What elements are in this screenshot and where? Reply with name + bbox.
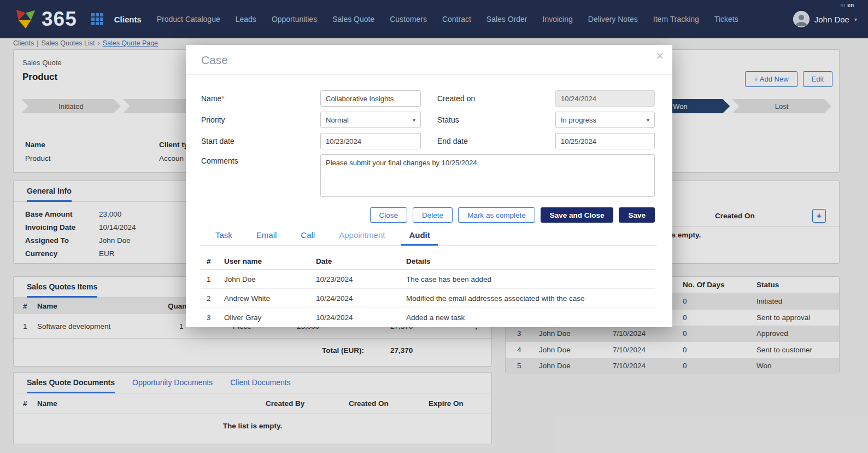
cell-user-name: Oliver Gray [224, 313, 316, 322]
cell-date: 10/24/2024 [316, 313, 406, 322]
priority-value: Normal [326, 116, 349, 124]
cell-num: 2 [201, 294, 224, 303]
start-date-label: Start date [201, 133, 320, 149]
cell-details: Added a new task [406, 313, 655, 322]
delete-button[interactable]: Delete [413, 207, 453, 223]
comments-label: Comments [201, 154, 320, 197]
audit-table-header: # User name Date Details [201, 253, 655, 270]
tab-appointment[interactable]: Appointment [331, 227, 392, 246]
created-on-field [555, 90, 655, 107]
close-icon[interactable]: × [656, 49, 664, 62]
comments-field[interactable]: Please submit your final changes by 10/2… [320, 154, 655, 197]
status-label: Status [421, 112, 555, 128]
case-form: Name* Created on Priority Normal ▾ Statu… [201, 90, 655, 197]
cell-date: 10/24/2024 [316, 294, 406, 303]
created-on-label: Created on [421, 90, 555, 107]
col-num: # [201, 257, 224, 265]
tab-email[interactable]: Email [249, 227, 285, 246]
cell-details: Modified the email addresses associated … [406, 294, 655, 303]
table-row: 1 John Doe 10/23/2024 The case has been … [201, 270, 655, 289]
chevron-down-icon: ▾ [413, 117, 415, 123]
cell-date: 10/23/2024 [316, 275, 406, 283]
cell-user-name: Andrew White [224, 294, 316, 303]
close-button[interactable]: Close [370, 207, 408, 223]
col-user-name: User name [224, 257, 316, 265]
col-details: Details [406, 257, 655, 265]
table-row: 3 Oliver Gray 10/24/2024 Added a new tas… [201, 308, 655, 327]
table-row: 2 Andrew White 10/24/2024 Modified the e… [201, 289, 655, 308]
cell-num: 3 [201, 313, 224, 322]
modal-buttons: Close Delete Mark as complete Save and C… [186, 207, 655, 223]
required-asterisk: * [221, 94, 224, 103]
chevron-down-icon: ▾ [647, 117, 649, 123]
save-and-close-button[interactable]: Save and Close [541, 207, 614, 223]
cell-details: The case has been added [406, 275, 655, 283]
save-button[interactable]: Save [619, 207, 655, 223]
start-date-field[interactable] [320, 133, 421, 149]
tab-task[interactable]: Task [208, 227, 240, 246]
modal-title: Case [186, 45, 672, 75]
modal-tabs: Task Email Call Appointment Audit [201, 227, 657, 246]
end-date-label: End date [421, 133, 555, 149]
cell-num: 1 [201, 275, 224, 283]
name-field[interactable] [320, 90, 421, 107]
priority-select[interactable]: Normal ▾ [320, 112, 421, 128]
name-label: Name* [201, 90, 320, 107]
audit-table: # User name Date Details 1 John Doe 10/2… [201, 253, 655, 327]
cell-user-name: John Doe [224, 275, 316, 283]
screen: 365 Clients Product Catalogue Leads Oppo… [0, 0, 868, 453]
case-modal: Case × Name* Created on Priority Normal … [186, 45, 672, 327]
status-value: In progress [561, 116, 596, 124]
priority-label: Priority [201, 112, 320, 128]
tab-audit[interactable]: Audit [401, 227, 437, 246]
mark-as-complete-button[interactable]: Mark as complete [458, 207, 535, 223]
tab-call[interactable]: Call [293, 227, 322, 246]
status-select[interactable]: In progress ▾ [555, 112, 655, 128]
col-date: Date [316, 257, 406, 265]
end-date-field[interactable] [555, 133, 655, 149]
